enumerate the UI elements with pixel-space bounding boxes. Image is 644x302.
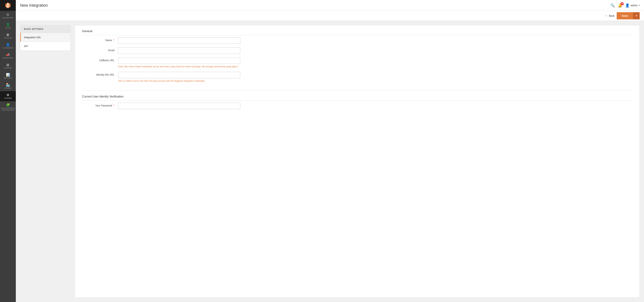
system-icon: ⚙	[6, 93, 10, 97]
sidebar-label-customers: CUSTOMERS	[2, 47, 14, 49]
callback-url-hint: Enter URL where Oauth credentials can be…	[118, 65, 240, 68]
identity-link-url-hint: URL to redirect user to link their 3rd p…	[118, 79, 240, 83]
notifications-button[interactable]: 🔔 39	[618, 3, 622, 7]
sidebar-item-stores[interactable]: 🏪 STORES	[0, 81, 16, 91]
save-dropdown-button[interactable]: ▼	[633, 12, 640, 19]
sidebar-label-sales: SALES	[5, 27, 11, 29]
callback-url-label: Callback URL	[82, 57, 118, 62]
page-title: New Integration	[20, 3, 48, 8]
logo[interactable]	[0, 0, 16, 11]
password-field-row: Your Password *	[82, 103, 632, 109]
integration-info-label: Integration Info	[24, 36, 40, 39]
identity-link-url-input[interactable]	[118, 72, 240, 78]
name-label: Name *	[82, 37, 118, 42]
callback-url-field-container: Enter URL where Oauth credentials can be…	[118, 57, 632, 68]
nav-item-integration-info[interactable]: Integration Info	[20, 33, 70, 42]
basic-settings-panel: BASIC SETTINGS Integration Info API	[20, 25, 70, 51]
search-icon: 🔍	[610, 3, 615, 7]
sidebar-item-customers[interactable]: 👤 CUSTOMERS	[0, 41, 16, 51]
email-field-row: Email	[82, 47, 632, 54]
identity-link-url-field-row: Identity link URL URL to redirect user t…	[82, 72, 632, 83]
identity-link-url-field-container: URL to redirect user to link their 3rd p…	[118, 72, 632, 83]
email-field-container	[118, 47, 632, 54]
sidebar-label-catalog: CATALOG	[4, 37, 12, 39]
verification-section-title: Current User Identity Verification	[82, 95, 632, 101]
general-section-title: General	[82, 30, 632, 35]
sidebar-label-stores: STORES	[4, 87, 12, 89]
back-button[interactable]: ← Back	[605, 14, 614, 17]
general-section: General Name * Email	[75, 25, 640, 90]
back-arrow-icon: ←	[605, 14, 608, 17]
main-content: New Integration 🔍 🔔 39 👤 admin ▾ ←	[16, 0, 644, 302]
extensions-icon: 🧩	[6, 103, 10, 107]
left-panel: BASIC SETTINGS Integration Info API	[20, 25, 70, 298]
marketing-icon: 📣	[6, 53, 10, 56]
save-button-group: Save ▼	[617, 12, 640, 19]
sidebar-label-marketing: MARKETING	[3, 57, 13, 59]
sidebar-item-catalog[interactable]: ▣ CATALOG	[0, 31, 16, 41]
user-menu[interactable]: 👤 admin ▾	[625, 3, 640, 7]
user-avatar-icon: 👤	[625, 3, 630, 7]
stores-icon: 🏪	[6, 83, 10, 86]
dashboard-icon: ⊞	[6, 13, 9, 16]
email-input[interactable]	[118, 47, 240, 54]
password-label: Your Password *	[82, 103, 118, 107]
api-label: API	[24, 45, 28, 47]
nav-item-api[interactable]: API	[20, 42, 70, 50]
name-field-row: Name *	[82, 37, 632, 44]
catalog-icon: ▣	[6, 33, 10, 36]
basic-settings-header: BASIC SETTINGS	[20, 25, 70, 33]
right-panel: General Name * Email	[75, 25, 640, 298]
sidebar-item-content[interactable]: ▦ CONTENT	[0, 61, 16, 71]
top-header: New Integration 🔍 🔔 39 👤 admin ▾	[16, 0, 644, 11]
sidebar-label-reports: REPORTS	[4, 77, 12, 79]
sidebar-item-sales[interactable]: 💲 SALES	[0, 21, 16, 31]
notification-badge: 39	[620, 2, 624, 5]
sidebar-item-reports[interactable]: 📊 REPORTS	[0, 71, 16, 81]
back-label: Back	[609, 14, 614, 17]
sidebar-label-dashboard: DASHBOARD	[2, 17, 14, 19]
content-icon: ▦	[6, 63, 10, 66]
sidebar: ⊞ DASHBOARD 💲 SALES ▣ CATALOG 👤 CUSTOMER…	[0, 0, 16, 302]
sales-icon: 💲	[6, 23, 10, 26]
customers-icon: 👤	[6, 43, 10, 46]
name-field-container	[118, 37, 632, 44]
content-area: BASIC SETTINGS Integration Info API Gene…	[16, 21, 644, 302]
sidebar-label-extensions: FIND PARTNERS & EXTENSIONS	[1, 107, 15, 111]
callback-url-input[interactable]	[118, 57, 240, 64]
sidebar-item-system[interactable]: ⚙ SYSTEM	[0, 91, 16, 101]
identity-link-url-label: Identity link URL	[82, 72, 118, 76]
sidebar-item-extensions[interactable]: 🧩 FIND PARTNERS & EXTENSIONS	[0, 101, 16, 113]
user-name-label: admin	[631, 4, 638, 7]
password-input[interactable]	[118, 103, 240, 109]
password-field-container	[118, 103, 632, 109]
sidebar-label-content: CONTENT	[4, 67, 12, 69]
search-button[interactable]: 🔍	[610, 3, 615, 7]
header-actions: 🔍 🔔 39 👤 admin ▾	[610, 3, 640, 7]
name-input[interactable]	[118, 37, 240, 44]
callback-url-field-row: Callback URL Enter URL where Oauth crede…	[82, 57, 632, 68]
sidebar-item-dashboard[interactable]: ⊞ DASHBOARD	[0, 11, 16, 21]
save-button[interactable]: Save	[617, 12, 633, 19]
verification-section: Current User Identity Verification Your …	[75, 91, 640, 117]
reports-icon: 📊	[6, 73, 10, 76]
email-label: Email	[82, 47, 118, 52]
sidebar-item-marketing[interactable]: 📣 MARKETING	[0, 51, 16, 61]
sidebar-label-system: SYSTEM	[4, 97, 12, 99]
name-required-star: *	[114, 39, 114, 42]
action-bar: ← Back Save ▼	[16, 11, 644, 21]
chevron-down-icon: ▾	[638, 4, 640, 7]
password-required-star: *	[114, 104, 114, 107]
